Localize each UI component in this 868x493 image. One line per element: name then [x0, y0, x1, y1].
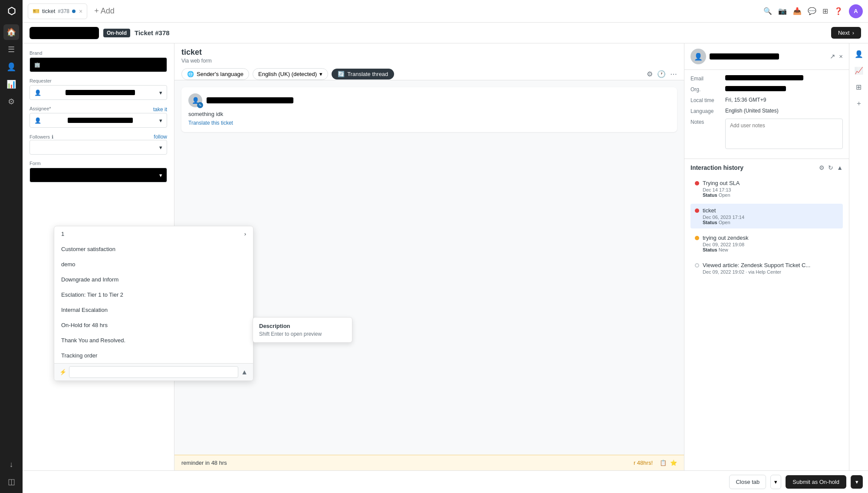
chart-icon[interactable]: 📈 [852, 63, 866, 77]
ticket-tab[interactable]: 🎫 ticket #378 × [28, 3, 87, 19]
tooltip-title: Description [259, 323, 346, 329]
notes-row: Notes [690, 119, 843, 149]
interaction-item-0[interactable]: Trying out SLA Dec 14 17:13 Status Open [690, 176, 843, 201]
close-tab-button[interactable]: Close tab [729, 475, 766, 489]
form-label: Form [30, 161, 167, 166]
right-panel-icons: ↗ × [830, 53, 843, 60]
assignee-label: Assignee* [30, 106, 51, 111]
right-panel: 👤 ↗ × Email Org. [684, 43, 849, 470]
copy-icon[interactable]: 📋 [660, 460, 667, 466]
notes-label: Notes [690, 119, 721, 125]
user-avatar[interactable]: A [849, 4, 863, 18]
dropdown-item-1[interactable]: 1 › [54, 226, 253, 242]
lang-chevron-icon: ▾ [319, 71, 322, 77]
more-icon[interactable]: ⋯ [670, 70, 677, 78]
message-avatar: 👤 ✎ [188, 93, 202, 107]
followers-info-icon: ℹ [52, 134, 53, 140]
help-icon[interactable]: ❓ [834, 7, 843, 15]
thread-subtitle: Via web form [181, 58, 677, 64]
translate-thread-button[interactable]: 🔄 Translate thread [332, 69, 394, 79]
dropdown-item-internal-escalation[interactable]: Internal Escalation [54, 302, 253, 318]
user-info-icon[interactable]: 👤 [852, 47, 866, 61]
logo-icon[interactable]: ⬡ [3, 3, 19, 19]
form-input[interactable]: ▾ [30, 168, 167, 182]
dropdown-item-customer-satisfaction[interactable]: Customer satisfaction [54, 242, 253, 257]
external-link-icon[interactable]: ↗ [830, 53, 835, 60]
language-detected-button[interactable]: English (UK) (detected) ▾ [253, 68, 328, 80]
next-button[interactable]: Next › [831, 27, 861, 39]
apps-right-icon[interactable]: ⊞ [852, 80, 866, 94]
language-value: English (United States) [725, 108, 779, 114]
inbox-icon[interactable]: 📥 [793, 7, 802, 15]
home-icon[interactable]: 🏠 [3, 24, 19, 40]
thread-actions: 🌐 Sender's language English (UK) (detect… [181, 64, 677, 80]
top-bar-icons: 🔍 📷 📥 💬 ⊞ ❓ A [763, 4, 863, 18]
requester-dropdown-icon: ▾ [159, 89, 162, 96]
user-notes-textarea[interactable] [725, 119, 843, 149]
form-value [34, 172, 108, 178]
follow-link[interactable]: follow [154, 134, 167, 140]
ih-dot-0 [695, 181, 699, 185]
sender-language-button[interactable]: 🌐 Sender's language [181, 68, 249, 80]
ih-collapse-icon[interactable]: ▲ [837, 164, 843, 171]
reply-hint-icons: 📋 ⭐ [660, 460, 677, 466]
submit-button[interactable]: Submit as On-hold [786, 475, 846, 489]
dropdown-collapse-button[interactable]: ▲ [241, 368, 248, 376]
message-body: something idk [188, 111, 670, 117]
interaction-item-3[interactable]: Viewed article: Zendesk Support Ticket C… [690, 258, 843, 278]
email-value [725, 75, 803, 80]
apps-bottom-icon[interactable]: ◫ [3, 474, 19, 490]
language-row: Language English (United States) [690, 108, 843, 114]
filter-icon[interactable]: ⚙ [647, 70, 653, 78]
add-right-icon[interactable]: ＋ [852, 96, 866, 110]
followers-input[interactable]: ▾ [30, 140, 167, 155]
admin-icon[interactable]: ⚙ [3, 94, 19, 109]
apps-icon[interactable]: ⊞ [822, 7, 828, 15]
top-bar: 🎫 ticket #378 × + Add 🔍 📷 📥 💬 ⊞ ❓ A [23, 0, 868, 23]
download-icon[interactable]: ↓ [3, 457, 19, 472]
dropdown-item-demo[interactable]: demo [54, 257, 253, 272]
lang-icon: 🌐 [187, 71, 194, 77]
language-detected-label: English (UK) (detected) [258, 71, 317, 77]
take-it-link[interactable]: take it [153, 106, 167, 112]
history-icon[interactable]: 🕐 [657, 70, 666, 78]
interaction-item-1[interactable]: ticket Dec 06, 2023 17:14 Status Open [690, 204, 843, 228]
message-sender-name [207, 97, 293, 103]
star-icon[interactable]: ⭐ [670, 460, 677, 466]
right-panel-top: 👤 ↗ × [684, 43, 849, 70]
dropdown-item-tracking[interactable]: Tracking order [54, 348, 253, 363]
ticket-tab-close[interactable]: × [79, 8, 82, 15]
ticket-title: Ticket #378 [135, 29, 170, 36]
org-label: Org. [690, 86, 721, 93]
sidebar-toggle[interactable] [30, 27, 99, 39]
dropdown-item-downgrade[interactable]: Downgrade and Inform [54, 272, 253, 287]
reporting-icon[interactable]: 📊 [3, 76, 19, 92]
close-right-panel-icon[interactable]: × [839, 53, 843, 60]
localtime-value: Fri, 15:36 GMT+9 [725, 97, 766, 103]
ih-refresh-icon[interactable]: ↻ [828, 164, 833, 171]
assignee-input[interactable]: 👤 ▾ [30, 113, 167, 128]
requester-value [66, 90, 135, 95]
submit-dropdown-button[interactable]: ▾ [851, 475, 863, 489]
requester-input[interactable]: 👤 ▾ [30, 85, 167, 100]
video-icon[interactable]: 📷 [778, 7, 787, 15]
email-row: Email [690, 75, 843, 82]
dropdown-search-input[interactable] [69, 366, 238, 378]
interaction-item-2[interactable]: trying out zendesk Dec 09, 2022 19:08 St… [690, 231, 843, 256]
dropdown-item-thank-you[interactable]: Thank You and Resolved. [54, 333, 253, 348]
thread-icons: ⚙ 🕐 ⋯ [647, 70, 677, 78]
brand-input[interactable]: 🏢 [30, 57, 167, 72]
ih-filter-icon[interactable]: ⚙ [819, 164, 825, 171]
translate-ticket-link[interactable]: Translate this ticket [188, 120, 233, 126]
views-icon[interactable]: ☰ [3, 42, 19, 57]
add-tab-button[interactable]: + Add [91, 5, 118, 17]
close-tab-dropdown-button[interactable]: ▾ [770, 475, 781, 489]
assignee-icon: 👤 [34, 117, 41, 124]
search-icon[interactable]: 🔍 [763, 7, 772, 15]
chat-icon[interactable]: 💬 [808, 7, 816, 15]
customers-icon[interactable]: 👤 [3, 59, 19, 75]
dropdown-item-onhold[interactable]: On-Hold for 48 hrs [54, 318, 253, 333]
dropdown-item-esclation[interactable]: Esclation: Tier 1 to Tier 2 [54, 287, 253, 302]
ih-dot-2 [695, 236, 699, 240]
ih-dot-1 [695, 208, 699, 213]
